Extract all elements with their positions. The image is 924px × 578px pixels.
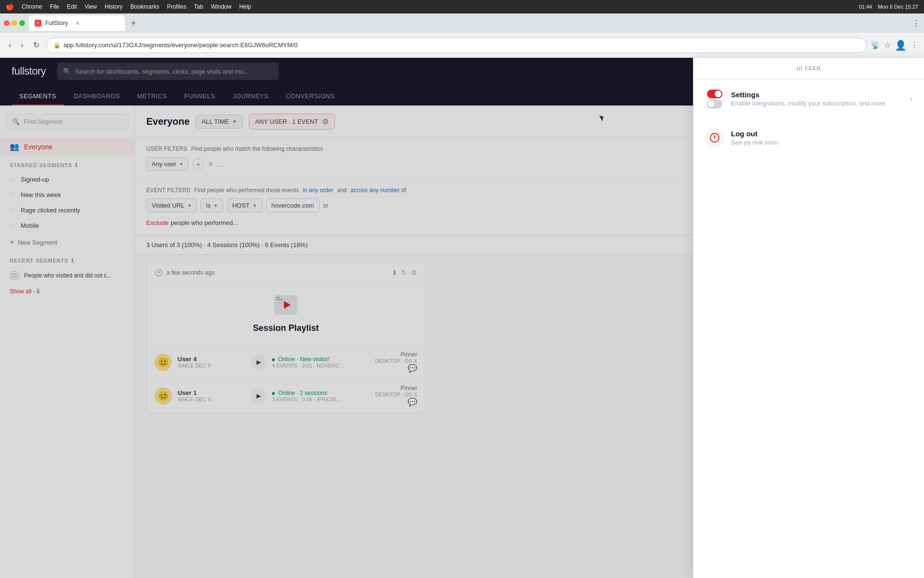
minimize-dot[interactable] — [12, 20, 17, 26]
mac-bar-left: 🍎 Chrome File Edit View History Bookmark… — [6, 3, 251, 11]
back-button[interactable]: ‹ — [6, 39, 14, 52]
fullscreen-dot[interactable] — [19, 20, 25, 26]
settings-menu-item[interactable]: Settings Enable integrations, modify you… — [693, 79, 924, 118]
settings-content: Settings Enable integrations, modify you… — [731, 91, 903, 107]
tab-label: FullStory — [45, 20, 68, 26]
battery-time: 01:44 — [859, 4, 873, 10]
address-bar: ‹ › ↻ 🔒 app.fullstory.com/ui/173GXJ/segm… — [0, 33, 924, 58]
toggle-thumb-1 — [715, 91, 721, 97]
window-controls — [4, 20, 25, 26]
profiles-menu[interactable]: Profiles — [167, 3, 186, 10]
lock-icon: 🔒 — [53, 42, 61, 49]
toggle-thumb-2 — [708, 101, 715, 107]
clock: Mon 6 Dec 15:27 — [878, 4, 918, 10]
toggle-off-1 — [707, 100, 722, 108]
chrome-tab-bar: F FullStory × + ⋮ — [0, 13, 924, 33]
close-dot[interactable] — [4, 20, 10, 26]
logout-icon-svg — [709, 132, 720, 144]
bookmarks-menu[interactable]: Bookmarks — [130, 3, 159, 10]
window-menu[interactable]: Window — [211, 3, 231, 10]
forward-button[interactable]: › — [18, 39, 26, 52]
toggle-track-2 — [707, 100, 722, 108]
chrome-menu[interactable]: Chrome — [22, 3, 42, 10]
browser-tab[interactable]: F FullStory × — [29, 15, 125, 31]
logout-title: Log out — [731, 130, 912, 138]
history-menu[interactable]: History — [105, 3, 123, 10]
tab-favicon: F — [35, 20, 41, 26]
logout-desc: See ya real soon. — [731, 139, 912, 146]
file-menu[interactable]: File — [50, 3, 59, 10]
logout-content: Log out See ya real soon. — [731, 130, 912, 146]
settings-desc: Enable integrations, modify your subscri… — [731, 100, 903, 107]
new-tab-button[interactable]: + — [127, 16, 140, 30]
settings-toggles — [707, 90, 722, 108]
logout-menu-item[interactable]: Log out See ya real soon. — [693, 118, 924, 158]
url-text: app.fullstory.com/ui/173GXJ/segments/eve… — [64, 41, 298, 49]
tab-menu[interactable]: Tab — [194, 3, 203, 10]
chrome-menu-icon[interactable]: ⋮ — [911, 40, 918, 50]
profile-avatar[interactable]: 👤 — [895, 39, 907, 51]
ui-feed-panel: UI FEED Settings Enable integrations, mo… — [693, 58, 924, 578]
cast-icon[interactable]: 📡 — [871, 40, 880, 50]
logout-icon-container — [705, 128, 724, 147]
settings-title: Settings — [731, 91, 903, 99]
help-menu[interactable]: Help — [239, 3, 251, 10]
mac-bar-right: 01:44 Mon 6 Dec 15:27 — [859, 4, 918, 10]
edit-menu[interactable]: Edit — [67, 3, 77, 10]
address-right-icons: 📡 ☆ 👤 ⋮ — [871, 39, 918, 51]
settings-arrow-icon: › — [910, 95, 912, 103]
view-menu[interactable]: View — [85, 3, 97, 10]
bookmark-icon[interactable]: ☆ — [884, 40, 891, 50]
reload-button[interactable]: ↻ — [30, 39, 42, 52]
toggle-track-1 — [707, 90, 722, 98]
url-bar[interactable]: 🔒 app.fullstory.com/ui/173GXJ/segments/e… — [46, 38, 867, 53]
settings-icon-container — [705, 89, 724, 108]
toggle-on-1 — [707, 90, 722, 98]
mac-os-bar: 🍎 Chrome File Edit View History Bookmark… — [0, 0, 924, 13]
ui-feed-header: UI FEED — [693, 58, 924, 79]
tab-close-button[interactable]: × — [76, 19, 79, 27]
tab-options-icon[interactable]: ⋮ — [912, 19, 920, 28]
apple-icon: 🍎 — [6, 3, 14, 11]
